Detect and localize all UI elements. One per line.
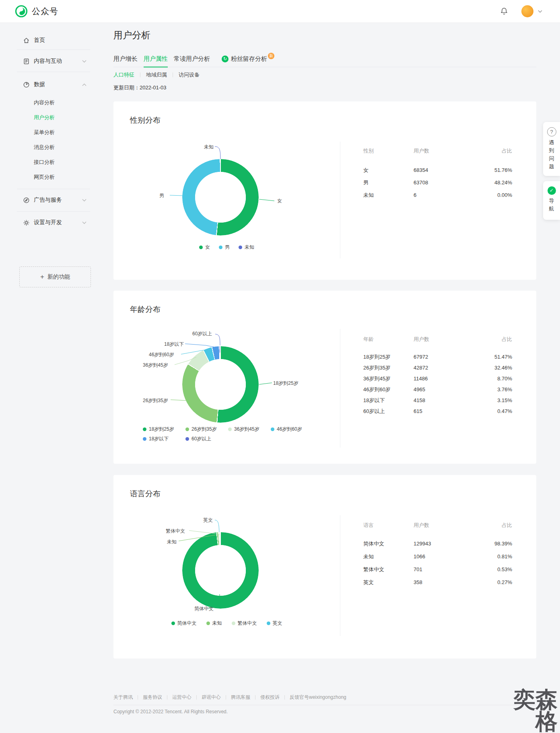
tab-user-growth[interactable]: 用户增长	[113, 55, 138, 66]
card-title: 语言分布	[130, 489, 161, 499]
legend-item-simplified[interactable]: 简体中文	[171, 620, 197, 627]
footer-link-terms[interactable]: 服务协议	[143, 694, 162, 701]
new-feature-button[interactable]: + 新的功能	[19, 266, 91, 287]
notification-bell-icon[interactable]	[500, 7, 509, 16]
gender-donut-chart[interactable]	[182, 159, 259, 235]
separator	[196, 695, 197, 700]
chevron-down-icon	[82, 221, 86, 224]
legend-item-female[interactable]: 女	[199, 244, 210, 251]
nav-label: 导航	[549, 197, 554, 213]
copyright: Copyright © 2012-2022 Tencent. All Right…	[113, 709, 536, 714]
update-date-value: 2022-01-03	[140, 85, 167, 91]
legend-label: 18岁到25岁	[149, 426, 174, 433]
tab-user-attributes[interactable]: 用户属性	[144, 55, 168, 68]
gear-icon	[23, 219, 30, 226]
sidebar-item-data[interactable]: 数据	[0, 79, 95, 90]
legend-item-male[interactable]: 男	[219, 244, 230, 251]
legend-item-18-25[interactable]: 18岁到25岁	[143, 426, 177, 433]
tab-fans-retention[interactable]: ↻ 粉丝留存分析 新	[222, 55, 274, 66]
cell-label: 36岁到45岁	[363, 375, 414, 382]
cell-percent: 32.46%	[494, 364, 512, 372]
cell-label: 男	[363, 179, 414, 186]
legend-dot	[232, 622, 235, 625]
table-row: 26岁到35岁4287232.46%	[363, 364, 512, 372]
sidebar-item-webpage-analysis[interactable]: 网页分析	[34, 173, 55, 181]
footer-link-feedback[interactable]: 反馈官号weixingongzhong	[290, 694, 346, 701]
legend-item-36-45[interactable]: 36岁到45岁	[228, 426, 263, 433]
tab-regular-readers[interactable]: 常读用户分析	[174, 55, 210, 66]
subtab-region[interactable]: 地域归属	[146, 71, 167, 78]
legend-label: 女	[205, 244, 210, 251]
brand[interactable]: 公众号	[14, 4, 58, 18]
legend-item-unknown[interactable]: 未知	[206, 620, 222, 627]
legend-item-26-35[interactable]: 26岁到35岁	[185, 426, 220, 433]
legend-label: 60岁以上	[191, 436, 211, 442]
cell-count: 701	[414, 566, 497, 573]
col-header: 用户数	[414, 522, 502, 529]
cell-percent: 8.70%	[497, 375, 512, 382]
legend-dot	[206, 622, 210, 625]
footer-link-report[interactable]: 侵权投诉	[260, 694, 280, 701]
cell-count: 4158	[414, 397, 497, 404]
legend-item-english[interactable]: 英文	[267, 620, 282, 627]
legend-item-unknown[interactable]: 未知	[239, 244, 254, 251]
cell-percent: 0.27%	[497, 579, 512, 586]
cell-label: 60岁以上	[363, 408, 414, 415]
cell-label: 英文	[363, 579, 414, 586]
sidebar-item-user-analysis[interactable]: 用户分析	[34, 114, 55, 121]
page-title: 用户分析	[113, 29, 150, 41]
col-header: 用户数	[414, 147, 502, 155]
wechat-mp-logo-icon	[14, 4, 28, 18]
callout-60plus: 60岁以上	[192, 330, 212, 337]
avatar-chevron-down-icon[interactable]	[538, 10, 542, 13]
legend-dot	[271, 427, 274, 431]
sidebar-item-menu-analysis[interactable]: 菜单分析	[34, 129, 55, 136]
legend-item-traditional[interactable]: 繁体中文	[232, 620, 257, 627]
language-donut-chart[interactable]	[182, 532, 259, 609]
table-row: 男6370848.24%	[363, 179, 512, 186]
home-icon	[23, 37, 30, 44]
col-header: 占比	[502, 336, 512, 343]
cell-label: 46岁到60岁	[363, 386, 414, 393]
sidebar-item-label: 数据	[34, 81, 45, 88]
col-header: 占比	[502, 522, 512, 529]
table-row: 46岁到60岁49653.76%	[363, 386, 512, 393]
footer-link-rumor[interactable]: 辟谣中心	[202, 694, 221, 701]
callout-under18: 18岁以下	[164, 341, 184, 348]
legend-item-60plus[interactable]: 60岁以上	[185, 436, 220, 442]
legend-item-under18[interactable]: 18岁以下	[143, 436, 177, 442]
sidebar-item-message-analysis[interactable]: 消息分析	[34, 144, 55, 151]
footer-link-operations[interactable]: 运营中心	[172, 694, 191, 701]
nav-float-button[interactable]: ✓ 导航	[543, 181, 560, 220]
legend-item-46-60[interactable]: 46岁到60岁	[271, 426, 305, 433]
help-float-button[interactable]: ? 遇到问题	[543, 122, 560, 176]
footer-divider	[113, 705, 536, 705]
age-donut-chart[interactable]	[182, 346, 259, 423]
footer-link-about[interactable]: 关于腾讯	[113, 694, 133, 701]
cell-percent: 0.53%	[497, 566, 512, 573]
age-table: 年龄 用户数 占比 18岁到25岁6797251.47% 26岁到35岁4287…	[363, 336, 512, 415]
sidebar-item-home[interactable]: 首页	[0, 35, 95, 45]
avatar[interactable]	[521, 5, 533, 17]
legend-dot	[171, 622, 175, 625]
sidebar-item-api-analysis[interactable]: 接口分析	[34, 159, 55, 166]
sidebar-item-content-interaction[interactable]: 内容与互动	[0, 56, 95, 66]
subtab-demographics[interactable]: 人口特征	[113, 71, 134, 78]
card-divider	[340, 329, 340, 448]
separator	[255, 695, 255, 700]
subtab-devices[interactable]: 访问设备	[179, 71, 200, 78]
separator	[173, 72, 173, 77]
separator	[138, 695, 138, 700]
sidebar-item-content-analysis[interactable]: 内容分析	[34, 99, 55, 106]
callout-36-45: 36岁到45岁	[143, 362, 168, 369]
card-title: 性别分布	[130, 115, 161, 126]
cell-label: 简体中文	[363, 540, 414, 547]
cell-count: 358	[414, 579, 497, 586]
table-row: 简体中文12994398.39%	[363, 540, 512, 547]
sidebar-item-ads-services[interactable]: 广告与服务	[0, 195, 95, 205]
sidebar-item-settings-dev[interactable]: 设置与开发	[0, 217, 95, 228]
sidebar-divider	[17, 189, 90, 189]
sidebar-item-label: 内容与互动	[34, 58, 62, 65]
footer-link-support[interactable]: 腾讯客服	[231, 694, 250, 701]
table-row: 女6835451.76%	[363, 167, 512, 174]
